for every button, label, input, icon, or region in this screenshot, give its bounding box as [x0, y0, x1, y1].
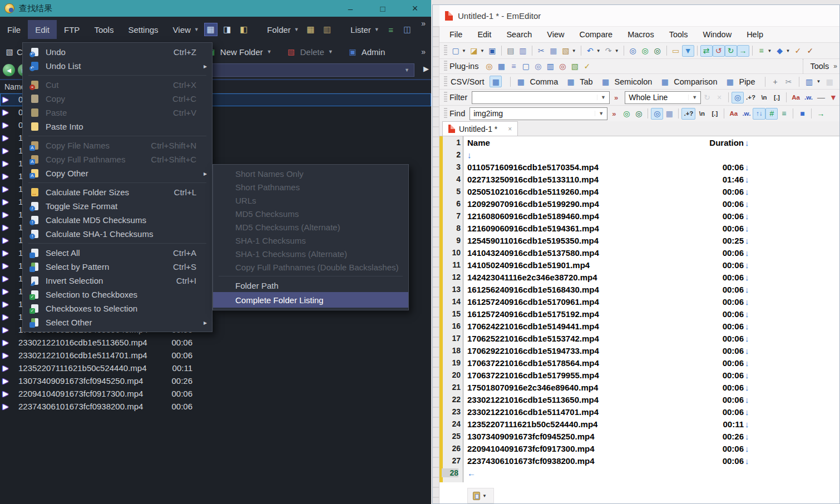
- csv-mode-tab[interactable]: Tab: [565, 76, 592, 87]
- redo-button[interactable]: [602, 45, 615, 57]
- plugin-outline-icon[interactable]: [507, 61, 520, 72]
- print-preview-button[interactable]: [517, 45, 529, 57]
- emenu-compare[interactable]: Compare: [580, 30, 613, 39]
- emenu-macros[interactable]: Macros: [627, 30, 654, 39]
- 170625221016cdb1e5153742.mp4[interactable]: 17 170625221016cdb1e5153742.mp4 00:06: [467, 334, 839, 346]
- lister-layout-button[interactable]: ≡: [384, 23, 398, 36]
- dropdown-arrow[interactable]: ▼: [462, 48, 466, 53]
- 022713250916cdb1e5133110.mp4[interactable]: 4 022713250916cdb1e5133110.mp4 01:46: [467, 175, 839, 187]
- dropdown-arrow[interactable]: ▼: [480, 48, 485, 53]
- lister-menu-button[interactable]: Lister▼: [343, 25, 383, 34]
- word-complete-button[interactable]: [774, 45, 786, 57]
- paste-options-button[interactable]: ▼: [467, 488, 494, 503]
- menu-settings[interactable]: Settings: [121, 20, 165, 39]
- find-brackets-toggle[interactable]: [708, 108, 721, 120]
- spelling-button[interactable]: [792, 45, 804, 57]
- menu-file[interactable]: File: [0, 20, 28, 39]
- menu-item-invert-selection[interactable]: Invert Selection Ctrl+I: [23, 274, 212, 288]
- 025051021016cdb1e5119260.mp4[interactable]: 5 025051021016cdb1e5119260.mp4 00:06: [467, 187, 839, 199]
- 161257240916cdb1e5170961.mp4[interactable]: 14 161257240916cdb1e5170961.mp4 00:06: [467, 297, 839, 309]
- go-button[interactable]: ▶: [423, 65, 429, 73]
- menu-item-select-other[interactable]: Select Other: [23, 315, 212, 329]
- chevron-down-icon[interactable]: ▼: [404, 67, 409, 73]
- 011057160916cdb1e5170354.mp4[interactable]: 3 011057160916cdb1e5170354.mp4 00:06: [467, 162, 839, 175]
- editor-line[interactable]: 2 ↓: [467, 150, 839, 162]
- tools-overflow-chevron[interactable]: »: [833, 62, 837, 70]
- submenu-short-pathnames[interactable]: Short Pathnames: [213, 180, 408, 194]
- menu-item-calculate-folder-sizes[interactable]: Calculate Folder Sizes Ctrl+L: [23, 185, 212, 199]
- filter-toolbar-button[interactable]: [682, 45, 694, 57]
- copy-icon[interactable]: ▧: [4, 47, 14, 56]
- menu-item-calculate-md5[interactable]: Calculate MD5 Checksums: [23, 213, 212, 227]
- menu-tools[interactable]: Tools: [87, 20, 121, 39]
- filter-input[interactable]: ▼: [472, 91, 610, 104]
- submenu-complete-folder-listing[interactable]: Complete Folder Listing: [213, 292, 408, 308]
- emenu-edit[interactable]: Edit: [477, 30, 491, 39]
- delete-button[interactable]: ▧ Delete ▼: [286, 47, 333, 57]
- find-regex-toggle[interactable]: [681, 108, 695, 120]
- menu-item-copy-full-pathnames[interactable]: Copy Full Pathnames Ctrl+Shift+C: [23, 152, 212, 166]
- emenu-window[interactable]: Window: [703, 30, 732, 39]
- 161257240916cdb1e5175192.mp4[interactable]: 15 161257240916cdb1e5175192.mp4 00:06: [467, 309, 839, 322]
- menu-item-selection-to-checkboxes[interactable]: Selection to Checkboxes: [23, 288, 212, 302]
- plugin-explorer-icon[interactable]: [520, 61, 532, 72]
- chevron-down-icon[interactable]: ▼: [597, 95, 609, 100]
- 161256240916cdb1e5168430.mp4[interactable]: 13 161256240916cdb1e5168430.mp4 00:06: [467, 285, 839, 297]
- filter-escape-toggle[interactable]: [758, 92, 770, 103]
- toolbar-grip[interactable]: [444, 76, 447, 87]
- plugin-snippets-icon[interactable]: [495, 61, 507, 72]
- 170637221016cdb1e5179955.mp4[interactable]: 20 170637221016cdb1e5179955.mp4 00:06: [467, 370, 839, 383]
- 13073409091673fcf0945250.mp4[interactable]: ▶ 13073409091673fcf0945250.mp4 00:26: [0, 375, 431, 388]
- dropdown-arrow[interactable]: ▼: [768, 48, 772, 53]
- csv-move-button[interactable]: [769, 76, 782, 87]
- filter-refresh-button[interactable]: [701, 92, 713, 103]
- chevron-down-icon[interactable]: ▼: [688, 95, 700, 100]
- admin-button[interactable]: ▣ Admin: [348, 47, 386, 57]
- emenu-search[interactable]: Search: [506, 30, 532, 39]
- filter-mode-select[interactable]: Whole Line ▼: [625, 91, 701, 104]
- find-previous-bar-button[interactable]: [620, 108, 633, 120]
- menu-item-checkboxes-to-selection[interactable]: Checkboxes to Selection: [23, 302, 212, 315]
- 22094104091673fcf0917300.mp4[interactable]: 26 22094104091673fcf0917300.mp4 00:06: [467, 444, 839, 456]
- csv-mode-comma[interactable]: Comma: [515, 76, 558, 87]
- find-in-files-button[interactable]: [670, 45, 682, 57]
- 22374306101673fcf0938200.mp4[interactable]: 27 22374306101673fcf0938200.mp4 00:06: [467, 456, 839, 468]
- emenu-file[interactable]: File: [449, 30, 462, 39]
- submenu-md5-checksums-alternate[interactable]: MD5 Checksums (Alternate): [213, 220, 408, 234]
- 233021221016cdb1e5114701.mp4[interactable]: ▶ 233021221016cdb1e5114701.mp4 00:06: [0, 349, 431, 362]
- find-input[interactable]: img2img ▼: [470, 107, 607, 120]
- folder-menu-button[interactable]: Folder▼: [260, 25, 302, 34]
- plugin-search2-icon[interactable]: [556, 61, 569, 72]
- 22094104091673fcf0917300.mp4[interactable]: ▶ 22094104091673fcf0917300.mp4 00:06: [0, 388, 431, 401]
- csv-insert-column-button[interactable]: [823, 76, 836, 87]
- editor-line[interactable]: 28 ←: [467, 468, 839, 481]
- 121609060916cdb1e5194361.mp4[interactable]: 8 121609060916cdb1e5194361.mp4 00:06: [467, 224, 839, 236]
- 141050240916cdb1e51901.mp4[interactable]: 11 141050240916cdb1e51901.mp4 00:06: [467, 260, 839, 273]
- 175018070916e2c346e89640.mp4[interactable]: 21 175018070916e2c346e89640.mp4 00:06: [467, 383, 839, 395]
- filter-overflow-chevron[interactable]: »: [614, 93, 618, 102]
- find-updown-toggle[interactable]: [753, 108, 765, 120]
- filter-match-case-toggle[interactable]: [789, 92, 802, 103]
- paste-button[interactable]: [560, 45, 572, 57]
- jump-button[interactable]: [737, 45, 749, 57]
- find-button[interactable]: [627, 45, 639, 57]
- wrap-button[interactable]: [700, 45, 713, 57]
- 233021221016cdb1e5113650.mp4[interactable]: 22 233021221016cdb1e5113650.mp4 00:06: [467, 395, 839, 407]
- menu-item-select-all[interactable]: Select All Ctrl+A: [23, 246, 212, 260]
- menu-item-paste-into[interactable]: Paste Into: [23, 120, 212, 134]
- filter-dash-toggle[interactable]: [815, 92, 827, 103]
- find-match-case-toggle[interactable]: [727, 108, 740, 120]
- folder-dual-button[interactable]: ▦: [304, 23, 318, 36]
- find-next-button[interactable]: [651, 45, 664, 57]
- outline-button[interactable]: [755, 45, 768, 57]
- emenu-view[interactable]: View: [547, 30, 564, 39]
- find-highlight-toggle[interactable]: [651, 108, 663, 120]
- menu-item-toggle-size-format[interactable]: Toggle Size Format: [23, 199, 212, 213]
- 233021221016cdb1e5114701.mp4[interactable]: 23 233021221016cdb1e5114701.mp4 00:06: [467, 407, 839, 419]
- 125459011016cdb1e5195350.mp4[interactable]: 9 125459011016cdb1e5195350.mp4 00:25: [467, 236, 839, 248]
- plugin-find-icon[interactable]: [532, 61, 544, 72]
- plugin-projects-icon[interactable]: [569, 61, 581, 72]
- menu-item-paste[interactable]: Paste Ctrl+V: [23, 106, 212, 120]
- filter-remove-button[interactable]: [827, 92, 839, 103]
- view-menu-button[interactable]: View▼: [166, 25, 202, 34]
